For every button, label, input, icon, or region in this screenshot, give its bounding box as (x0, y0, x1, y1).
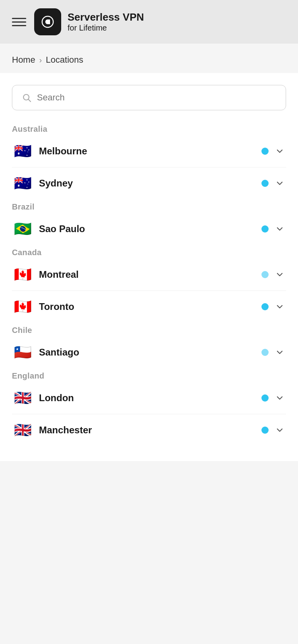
section-header-brazil: Brazil (12, 202, 286, 211)
chevron-down-icon[interactable] (275, 393, 284, 403)
app-subtitle: for Lifetime (68, 23, 144, 33)
chevron-down-icon[interactable] (275, 179, 284, 188)
logo-container: Serverless VPN for Lifetime (34, 8, 144, 35)
location-name: Manchester (39, 425, 92, 436)
status-dot (261, 225, 269, 233)
breadcrumb: Home › Locations (0, 44, 298, 69)
section-header-australia: Australia (12, 125, 286, 134)
location-name: Sydney (39, 178, 73, 189)
location-flag: 🇦🇺 (14, 144, 32, 158)
chevron-down-icon[interactable] (275, 146, 284, 156)
location-flag: 🇨🇱 (14, 345, 32, 359)
chevron-down-icon[interactable] (275, 224, 284, 234)
breadcrumb-home[interactable]: Home (12, 55, 35, 65)
section-group-england: England🇬🇧London🇬🇧Manchester (12, 371, 286, 446)
section-header-canada: Canada (12, 248, 286, 257)
breadcrumb-current: Locations (46, 55, 83, 65)
status-dot (261, 303, 269, 310)
svg-line-3 (29, 100, 31, 102)
search-box[interactable] (12, 85, 286, 110)
location-row[interactable]: 🇧🇷Sao Paulo (12, 213, 286, 245)
location-row[interactable]: 🇨🇱Santiago (12, 336, 286, 368)
section-header-england: England (12, 371, 286, 381)
app-header: Serverless VPN for Lifetime (0, 0, 298, 44)
app-title: Serverless VPN (68, 11, 144, 23)
location-name: Santiago (39, 347, 79, 358)
app-title-group: Serverless VPN for Lifetime (68, 11, 144, 33)
section-header-chile: Chile (12, 326, 286, 335)
search-container (12, 85, 286, 110)
location-row[interactable]: 🇨🇦Montreal (12, 259, 286, 291)
search-input[interactable] (37, 92, 276, 103)
location-name: Melbourne (39, 146, 87, 157)
location-row[interactable]: 🇨🇦Toronto (12, 291, 286, 323)
location-flag: 🇧🇷 (14, 222, 32, 236)
location-name: Montreal (39, 269, 79, 280)
section-group-brazil: Brazil🇧🇷Sao Paulo (12, 202, 286, 245)
status-dot (261, 427, 269, 434)
section-group-australia: Australia🇦🇺Melbourne🇦🇺Sydney (12, 125, 286, 199)
section-group-chile: Chile🇨🇱Santiago (12, 326, 286, 368)
app-logo-icon (34, 8, 61, 35)
location-row[interactable]: 🇦🇺Sydney (12, 167, 286, 199)
breadcrumb-separator: › (39, 56, 42, 65)
main-content: Australia🇦🇺Melbourne🇦🇺SydneyBrazil🇧🇷Sao … (0, 73, 298, 461)
chevron-down-icon[interactable] (275, 302, 284, 311)
status-dot (261, 180, 269, 187)
location-name: Sao Paulo (39, 223, 85, 235)
location-flag: 🇬🇧 (14, 391, 32, 405)
location-flag: 🇬🇧 (14, 423, 32, 437)
location-flag: 🇨🇦 (14, 300, 32, 314)
chevron-down-icon[interactable] (275, 425, 284, 435)
locations-list: Australia🇦🇺Melbourne🇦🇺SydneyBrazil🇧🇷Sao … (12, 125, 286, 446)
status-dot (261, 148, 269, 155)
status-dot (261, 271, 269, 278)
location-name: Toronto (39, 301, 74, 312)
hamburger-menu[interactable] (12, 18, 26, 26)
svg-rect-1 (48, 19, 50, 24)
search-icon (22, 93, 31, 102)
chevron-down-icon[interactable] (275, 348, 284, 357)
location-row[interactable]: 🇬🇧London (12, 382, 286, 414)
location-row[interactable]: 🇦🇺Melbourne (12, 135, 286, 167)
status-dot (261, 349, 269, 356)
chevron-down-icon[interactable] (275, 270, 284, 279)
location-flag: 🇨🇦 (14, 267, 32, 282)
section-group-canada: Canada🇨🇦Montreal🇨🇦Toronto (12, 248, 286, 323)
status-dot (261, 394, 269, 402)
location-name: London (39, 392, 74, 404)
location-flag: 🇦🇺 (14, 176, 32, 190)
location-row[interactable]: 🇬🇧Manchester (12, 414, 286, 446)
